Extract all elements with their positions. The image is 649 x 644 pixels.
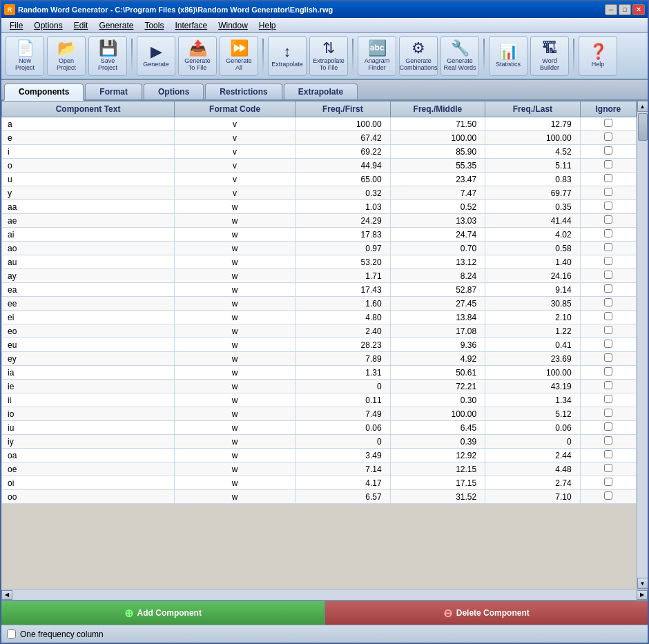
scroll-up-button[interactable]: ▲ (637, 101, 648, 112)
tab-format[interactable]: Format (85, 84, 142, 99)
maximize-button[interactable]: □ (619, 4, 631, 15)
extrapolate-to-file-button[interactable]: ⇅ ExtrapolateTo File (309, 36, 348, 76)
menu-help[interactable]: Help (253, 19, 282, 32)
table-row[interactable]: eyw7.894.9223.69 (2, 352, 637, 366)
scroll-down-button[interactable]: ▼ (637, 578, 648, 589)
ignore-checkbox[interactable] (604, 229, 612, 237)
cell-ignore[interactable] (580, 476, 636, 490)
ignore-checkbox[interactable] (604, 464, 612, 472)
ignore-checkbox[interactable] (604, 160, 612, 168)
tab-restrictions[interactable]: Restrictions (205, 84, 282, 99)
cell-ignore[interactable] (580, 228, 636, 242)
menu-options[interactable]: Options (28, 19, 68, 32)
cell-ignore[interactable] (580, 393, 636, 407)
cell-ignore[interactable] (580, 449, 636, 462)
cell-ignore[interactable] (580, 159, 636, 173)
ignore-checkbox[interactable] (604, 381, 612, 389)
tab-extrapolate[interactable]: Extrapolate (284, 84, 358, 99)
cell-ignore[interactable] (580, 380, 636, 393)
cell-ignore[interactable] (580, 117, 636, 131)
table-row[interactable]: aew24.2913.0341.44 (2, 214, 637, 228)
menu-interface[interactable]: Interface (169, 19, 213, 32)
cell-ignore[interactable] (580, 131, 636, 145)
table-row[interactable]: iew072.2143.19 (2, 380, 637, 393)
ignore-checkbox[interactable] (604, 133, 612, 141)
table-row[interactable]: oow6.5731.527.10 (2, 490, 637, 504)
ignore-checkbox[interactable] (604, 312, 612, 320)
ignore-checkbox[interactable] (604, 202, 612, 210)
table-row[interactable]: av100.0071.5012.79 (2, 117, 637, 131)
ignore-checkbox[interactable] (604, 353, 612, 362)
table-row[interactable]: oaw3.4912.922.44 (2, 449, 637, 462)
cell-ignore[interactable] (580, 407, 636, 421)
minimize-button[interactable]: ─ (605, 4, 617, 15)
table-row[interactable]: uv65.0023.470.83 (2, 173, 637, 186)
menu-file[interactable]: File (4, 19, 28, 32)
cell-ignore[interactable] (580, 297, 636, 311)
cell-ignore[interactable] (580, 338, 636, 352)
horizontal-scrollbar[interactable]: ◀ ▶ (1, 589, 648, 600)
cell-ignore[interactable] (580, 366, 636, 380)
cell-ignore[interactable] (580, 186, 636, 200)
ignore-checkbox[interactable] (604, 478, 612, 486)
word-builder-button[interactable]: 🏗 WordBuilder (530, 36, 569, 76)
tab-options[interactable]: Options (144, 84, 204, 99)
table-row[interactable]: iuw0.066.450.06 (2, 421, 637, 435)
cell-ignore[interactable] (580, 269, 636, 283)
scroll-thumb[interactable] (638, 113, 648, 141)
ignore-checkbox[interactable] (604, 215, 612, 224)
ignore-checkbox[interactable] (604, 340, 612, 348)
anagram-finder-button[interactable]: 🔤 AnagramFinder (358, 36, 396, 76)
vertical-scrollbar[interactable]: ▲ ▼ (637, 101, 648, 589)
table-row[interactable]: oew7.1412.154.48 (2, 462, 637, 476)
table-row[interactable]: euw28.239.360.41 (2, 338, 637, 352)
tab-components[interactable]: Components (4, 84, 84, 101)
cell-ignore[interactable] (580, 435, 636, 449)
table-row[interactable]: aaw1.030.520.35 (2, 200, 637, 214)
cell-ignore[interactable] (580, 324, 636, 338)
table-row[interactable]: ayw1.718.2424.16 (2, 269, 637, 283)
ignore-checkbox[interactable] (604, 298, 612, 306)
ignore-checkbox[interactable] (604, 422, 612, 431)
table-row[interactable]: iv69.2285.904.52 (2, 145, 637, 159)
ignore-checkbox[interactable] (604, 409, 612, 417)
ignore-checkbox[interactable] (604, 188, 612, 196)
open-project-button[interactable]: 📂 OpenProject (47, 36, 86, 76)
ignore-checkbox[interactable] (604, 271, 612, 279)
menu-window[interactable]: Window (213, 19, 253, 32)
cell-ignore[interactable] (580, 200, 636, 214)
delete-component-button[interactable]: ⊖ Delete Component (325, 601, 648, 625)
table-row[interactable]: eow2.4017.081.22 (2, 324, 637, 338)
menu-generate[interactable]: Generate (93, 19, 139, 32)
scroll-right-button[interactable]: ▶ (637, 590, 648, 600)
table-row[interactable]: iaw1.3150.61100.00 (2, 366, 637, 380)
table-row[interactable]: aow0.970.700.58 (2, 242, 637, 255)
ignore-checkbox[interactable] (604, 174, 612, 182)
table-row[interactable]: iiw0.110.301.34 (2, 393, 637, 407)
cell-ignore[interactable] (580, 255, 636, 269)
cell-ignore[interactable] (580, 173, 636, 186)
generate-real-words-button[interactable]: 🔧 GenerateReal Words (440, 36, 479, 76)
table-row[interactable]: ov44.9455.355.11 (2, 159, 637, 173)
generate-combinations-button[interactable]: ⚙ GenerateCombinations (399, 36, 438, 76)
generate-button[interactable]: ▶ Generate (137, 36, 175, 76)
ignore-checkbox[interactable] (604, 284, 612, 293)
new-project-button[interactable]: 📄 NewProject (6, 36, 44, 76)
help-button[interactable]: ❓ Help (579, 36, 617, 76)
table-row[interactable]: eaw17.4352.879.14 (2, 283, 637, 297)
ignore-checkbox[interactable] (604, 491, 612, 500)
ignore-checkbox[interactable] (604, 367, 612, 375)
cell-ignore[interactable] (580, 214, 636, 228)
generate-to-file-button[interactable]: 📤 GenerateTo File (178, 36, 217, 76)
ignore-checkbox[interactable] (604, 119, 612, 127)
one-frequency-checkbox[interactable] (7, 630, 16, 638)
cell-ignore[interactable] (580, 311, 636, 324)
close-button[interactable]: ✕ (632, 4, 645, 15)
cell-ignore[interactable] (580, 490, 636, 504)
cell-ignore[interactable] (580, 145, 636, 159)
cell-ignore[interactable] (580, 421, 636, 435)
ignore-checkbox[interactable] (604, 326, 612, 334)
generate-all-button[interactable]: ⏩ GenerateAll (220, 36, 258, 76)
table-row[interactable]: ev67.42100.00100.00 (2, 131, 637, 145)
menu-edit[interactable]: Edit (68, 19, 94, 32)
